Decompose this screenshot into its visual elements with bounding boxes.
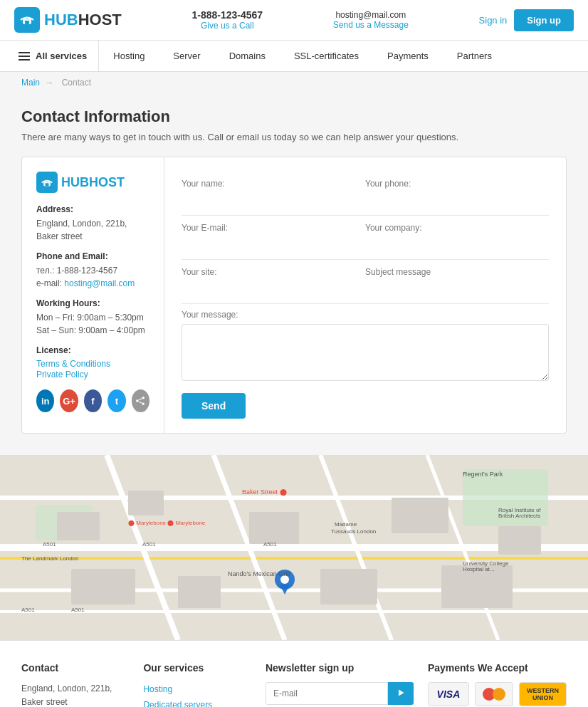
license-section: License: Terms & Conditions Private Poli… <box>36 345 149 379</box>
all-services-label: All services <box>36 51 87 61</box>
page-description: There are many ways to get in touch with… <box>21 132 567 142</box>
footer: Contact England, London, 221b, Baker str… <box>0 640 588 707</box>
facebook-icon[interactable]: f <box>84 389 102 412</box>
breadcrumb-current: Contact <box>62 78 91 88</box>
logo-text: HUBHOST <box>44 11 122 29</box>
contact-email-link[interactable]: hosting@mail.com <box>64 278 135 288</box>
svg-rect-26 <box>71 569 135 604</box>
svg-point-6 <box>142 402 145 405</box>
site-label: Your site: <box>182 267 351 277</box>
hours-section: Working Hours: Mon – Fri: 9:00am – 5:30p… <box>36 298 149 337</box>
hours-label: Working Hours: <box>36 298 149 308</box>
message-textarea[interactable] <box>182 324 549 381</box>
logo[interactable]: HUBHOST <box>14 7 122 33</box>
hours-weekday: Mon – Fri: 9:00am – 5:30pm <box>36 311 149 324</box>
svg-point-4 <box>142 397 145 399</box>
card-logo-text: HUBHOST <box>61 175 125 190</box>
footer-services: Our services Hosting Dedicated servers V… <box>143 662 251 707</box>
svg-text:A501: A501 <box>43 541 56 548</box>
svg-rect-23 <box>249 512 299 544</box>
svg-line-7 <box>139 399 142 400</box>
give-us-call-link[interactable]: Give us a Call <box>201 21 254 31</box>
email-text: e-mail: hosting@mail.com <box>36 277 149 290</box>
phone-field: Your phone: <box>365 172 549 216</box>
name-input[interactable] <box>182 192 351 208</box>
svg-text:Hospital at...: Hospital at... <box>463 566 494 572</box>
svg-rect-25 <box>498 526 541 555</box>
hours-weekend: Sat – Sun: 9:00am – 4:00pm <box>36 324 149 337</box>
company-label: Your company: <box>365 223 549 233</box>
nav-ssl[interactable]: SSL-certificates <box>280 41 373 71</box>
company-input[interactable] <box>365 236 549 252</box>
card-logo: HUBHOST <box>36 172 149 193</box>
message-label: Your message: <box>182 310 549 320</box>
svg-rect-22 <box>128 491 164 515</box>
footer-service-dedicated[interactable]: Dedicated servers <box>143 698 251 707</box>
name-label: Your name: <box>182 179 351 189</box>
navigation: All services Hosting Server Domains SSL-… <box>0 41 588 72</box>
svg-rect-3 <box>46 183 49 186</box>
phone-email-section: Phone and Email: тел.: 1-888-123-4567 e-… <box>36 251 149 290</box>
header-phone-contact: 1-888-123-4567 Give us a Call <box>191 9 263 31</box>
linkedin-icon[interactable]: in <box>36 389 54 412</box>
name-field: Your name: <box>182 172 365 216</box>
payment-logos: VISA WESTERNUNION PayPal AMEX WebMoney <box>428 682 567 707</box>
subject-label: Subject message <box>365 267 549 277</box>
all-services-nav[interactable]: All services <box>7 41 99 71</box>
contact-form-panel: Your name: Your phone: Your E-mail: Your… <box>164 157 566 433</box>
newsletter-submit-button[interactable] <box>388 682 414 705</box>
svg-text:⬤ Marylebone ⬤ Marylebone: ⬤ Marylebone ⬤ Marylebone <box>128 520 206 526</box>
send-message-link[interactable]: Send us a Message <box>333 20 409 30</box>
message-section: Your message: <box>182 310 549 383</box>
privacy-link[interactable]: Private Policy <box>36 370 88 379</box>
send-button[interactable]: Send <box>182 393 246 419</box>
nav-domains[interactable]: Domains <box>215 41 280 71</box>
phone-input[interactable] <box>365 192 549 208</box>
email-input[interactable] <box>182 236 351 252</box>
svg-text:A501: A501 <box>71 607 85 613</box>
svg-text:A501: A501 <box>142 541 156 548</box>
svg-text:Baker Street ⬤: Baker Street ⬤ <box>242 488 287 496</box>
phone-email-label: Phone and Email: <box>36 251 149 261</box>
nav-server[interactable]: Server <box>159 41 214 71</box>
svg-rect-28 <box>320 569 377 604</box>
subject-field: Subject message <box>365 260 549 304</box>
nav-payments[interactable]: Payments <box>373 41 443 71</box>
svg-text:A501: A501 <box>21 607 35 613</box>
contact-left-panel: HUBHOST Address: England, London, 221b,B… <box>22 157 164 433</box>
footer-grid: Contact England, London, 221b, Baker str… <box>21 662 567 707</box>
logo-icon <box>14 7 40 33</box>
mastercard-logo <box>475 682 513 706</box>
svg-point-5 <box>136 399 139 402</box>
footer-contact-address: England, London, 221b, Baker street <box>21 682 129 707</box>
address-label: Address: <box>36 204 149 214</box>
license-label: License: <box>36 345 149 355</box>
nav-partners[interactable]: Partners <box>443 41 506 71</box>
header-actions: Sign in Sign up <box>479 9 574 31</box>
twitter-icon[interactable]: t <box>107 389 125 412</box>
svg-text:Tussauds London: Tussauds London <box>331 528 376 535</box>
sign-up-button[interactable]: Sign up <box>514 9 574 31</box>
site-input[interactable] <box>182 280 351 296</box>
nav-hosting[interactable]: Hosting <box>99 41 159 71</box>
footer-service-hosting[interactable]: Hosting <box>143 682 251 698</box>
page-title: Contact Information <box>21 108 567 126</box>
email-label: Your E-mail: <box>182 223 351 233</box>
newsletter-email-input[interactable] <box>266 682 388 705</box>
subject-input[interactable] <box>365 280 549 296</box>
main-content: Contact Information There are many ways … <box>0 93 588 455</box>
svg-text:Madame: Madame <box>335 521 357 528</box>
breadcrumb-main[interactable]: Main <box>21 78 40 88</box>
header-email-contact: hosting@mail.com Send us a Message <box>333 10 409 30</box>
svg-text:Nando's Mexican Grill: Nando's Mexican Grill <box>228 570 290 577</box>
svg-marker-49 <box>399 689 404 696</box>
svg-rect-21 <box>57 512 100 540</box>
share-icon[interactable] <box>132 389 149 412</box>
company-field: Your company: <box>365 216 549 260</box>
sign-in-link[interactable]: Sign in <box>479 15 508 26</box>
contact-card: HUBHOST Address: England, London, 221b,B… <box>21 157 567 434</box>
google-plus-icon[interactable]: G+ <box>60 389 78 412</box>
svg-text:The Landmark London: The Landmark London <box>21 555 79 562</box>
hamburger-icon <box>19 52 30 61</box>
terms-link[interactable]: Terms & Conditions <box>36 359 110 369</box>
